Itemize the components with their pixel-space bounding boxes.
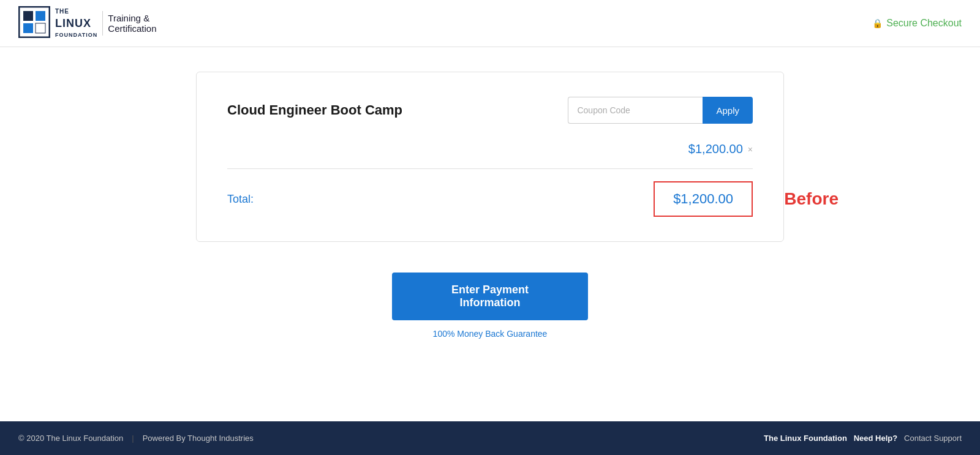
logo-text: THE LINUX FOUNDATION <box>55 7 97 39</box>
card-divider <box>227 168 753 169</box>
footer-company-name: The Linux Foundation <box>764 434 847 443</box>
site-footer: © 2020 The Linux Foundation | Powered By… <box>0 421 980 455</box>
payment-section: Enter Payment Information 100% Money Bac… <box>392 273 588 339</box>
need-help-label: Need Help? <box>854 434 898 443</box>
header-left: THE LINUX FOUNDATION Training & Certific… <box>18 6 157 40</box>
checkout-card: Cloud Engineer Boot Camp Apply $1,200.00… <box>196 72 784 242</box>
product-title: Cloud Engineer Boot Camp <box>227 102 402 119</box>
site-header: THE LINUX FOUNDATION Training & Certific… <box>0 0 980 47</box>
svg-rect-5 <box>36 23 45 33</box>
coupon-area: Apply <box>568 97 753 124</box>
before-label: Before <box>784 189 839 209</box>
copyright-text: © 2020 The Linux Foundation <box>18 434 123 443</box>
linux-foundation-logo <box>18 6 50 40</box>
coupon-input[interactable] <box>568 97 703 124</box>
apply-button[interactable]: Apply <box>703 97 753 124</box>
svg-rect-4 <box>23 23 33 33</box>
price-x-mark: × <box>748 145 753 154</box>
total-row: Total: $1,200.00 Before <box>227 181 753 217</box>
total-label: Total: <box>227 193 254 206</box>
footer-left: © 2020 The Linux Foundation | Powered By… <box>18 434 254 443</box>
card-top-row: Cloud Engineer Boot Camp Apply <box>227 97 753 124</box>
secure-checkout-badge: 🔒 Secure Checkout <box>872 18 962 29</box>
footer-divider: | <box>132 434 134 443</box>
price-row: $1,200.00 × <box>227 142 753 156</box>
footer-right: The Linux Foundation Need Help? Contact … <box>764 434 962 443</box>
logo-container: THE LINUX FOUNDATION Training & Certific… <box>18 6 157 40</box>
tagline: Training & Certification <box>108 13 156 34</box>
powered-by-text: Powered By Thought Industries <box>143 434 254 443</box>
main-content: Cloud Engineer Boot Camp Apply $1,200.00… <box>0 47 980 421</box>
svg-rect-2 <box>23 11 33 21</box>
secure-checkout-label: Secure Checkout <box>886 18 962 29</box>
lock-icon: 🔒 <box>872 18 883 28</box>
svg-rect-3 <box>36 11 45 21</box>
contact-support-link[interactable]: Contact Support <box>904 434 962 443</box>
total-right: $1,200.00 Before <box>654 181 753 217</box>
total-amount: $1,200.00 <box>654 181 753 217</box>
item-price: $1,200.00 <box>688 142 743 156</box>
logo-divider <box>102 11 103 36</box>
enter-payment-button[interactable]: Enter Payment Information <box>392 273 588 320</box>
money-back-guarantee: 100% Money Back Guarantee <box>433 329 548 339</box>
